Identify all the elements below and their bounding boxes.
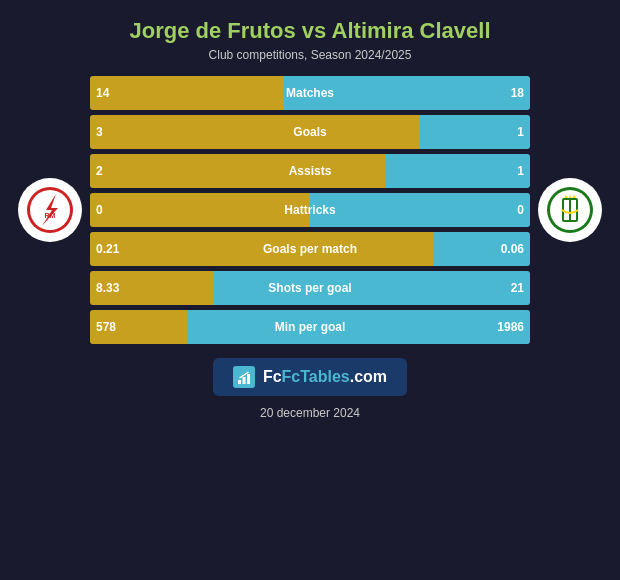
stat-row: 2Assists1 — [90, 154, 530, 188]
stat-row: 14Matches18 — [90, 76, 530, 110]
fctables-label: FcTables — [282, 368, 350, 385]
stat-label: Hattricks — [284, 203, 335, 217]
stat-row: 0Hattricks0 — [90, 193, 530, 227]
svg-rect-10 — [571, 200, 576, 220]
main-area: RM 14Matches183Goals12Assists10Hattricks… — [10, 76, 610, 344]
date-text: 20 december 2024 — [260, 406, 360, 420]
svg-rect-9 — [564, 200, 569, 220]
stat-label: Shots per goal — [268, 281, 351, 295]
betis-logo — [538, 178, 602, 242]
svg-text:RM: RM — [45, 212, 56, 219]
fctables-icon — [233, 366, 255, 388]
page-title: Jorge de Frutos vs Altimira Clavell — [129, 18, 490, 44]
stat-row: 0.21Goals per match0.06 — [90, 232, 530, 266]
stat-label: Goals per match — [263, 242, 357, 256]
stat-val-right: 0.06 — [501, 242, 524, 256]
stat-row: 578Min per goal1986 — [90, 310, 530, 344]
subtitle: Club competitions, Season 2024/2025 — [209, 48, 412, 62]
stats-container: 14Matches183Goals12Assists10Hattricks00.… — [90, 76, 530, 344]
stat-val-left: 0 — [96, 203, 103, 217]
stat-val-left: 3 — [96, 125, 103, 139]
logo-left: RM — [10, 178, 90, 242]
stat-val-left: 578 — [96, 320, 116, 334]
stat-val-right: 1986 — [497, 320, 524, 334]
stat-val-left: 8.33 — [96, 281, 119, 295]
stat-row: 3Goals1 — [90, 115, 530, 149]
stat-label: Min per goal — [275, 320, 346, 334]
stat-label: Assists — [289, 164, 332, 178]
stat-val-left: 2 — [96, 164, 103, 178]
stat-val-right: 18 — [511, 86, 524, 100]
stat-val-right: 21 — [511, 281, 524, 295]
svg-rect-16 — [247, 374, 250, 384]
rayo-logo: RM — [18, 178, 82, 242]
svg-rect-14 — [238, 380, 241, 384]
stat-row: 8.33Shots per goal21 — [90, 271, 530, 305]
svg-rect-15 — [242, 377, 245, 384]
stat-val-right: 1 — [517, 125, 524, 139]
fctables-banner[interactable]: FcFcTables.com — [213, 358, 407, 396]
stat-val-left: 0.21 — [96, 242, 119, 256]
stat-label: Matches — [286, 86, 334, 100]
stat-val-right: 1 — [517, 164, 524, 178]
stat-val-left: 14 — [96, 86, 109, 100]
logo-right — [530, 178, 610, 242]
stat-label: Goals — [293, 125, 326, 139]
stat-val-right: 0 — [517, 203, 524, 217]
fctables-text: FcFcTables.com — [263, 368, 387, 386]
